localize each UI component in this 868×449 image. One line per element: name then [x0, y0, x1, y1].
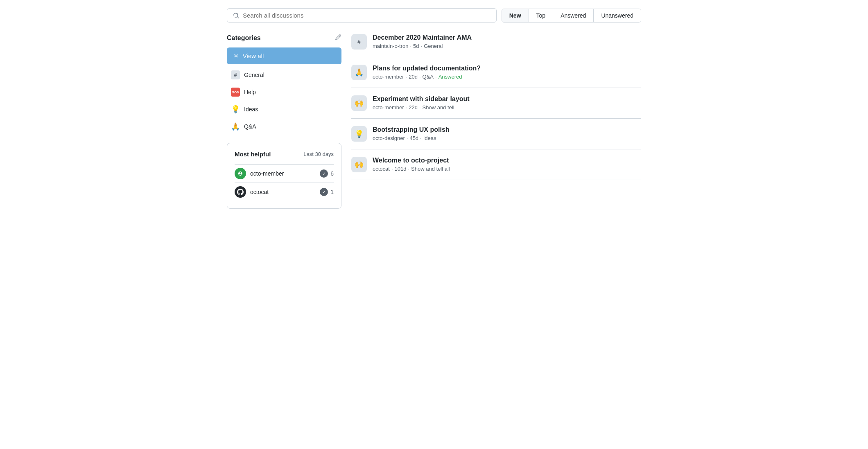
most-helpful-header: Most helpful Last 30 days: [235, 151, 334, 158]
filter-top-button[interactable]: Top: [529, 9, 554, 22]
username-octocat: octocat: [250, 189, 269, 195]
discussion-author: octo-member: [373, 104, 404, 111]
discussion-author: octo-member: [373, 74, 404, 80]
discussion-meta: octo-member · 22d · Show and tell: [373, 104, 470, 111]
qna-icon: 🙏: [231, 122, 240, 131]
discussions-list: # December 2020 Maintainer AMA maintain-…: [351, 34, 641, 180]
discussion-icon-showandtell: 🙌: [351, 95, 367, 111]
count-octo-member: 6: [330, 170, 334, 177]
qna-label: Q&A: [244, 123, 256, 130]
avatar-octo-member: [235, 168, 246, 179]
discussion-content: Plans for updated documentation? octo-me…: [373, 65, 481, 80]
discussion-item[interactable]: 💡 Bootstrapping UX polish octo-designer …: [351, 119, 641, 149]
general-label: General: [244, 72, 264, 78]
discussion-content: Welcome to octo-project octocat · 101d ·…: [373, 157, 450, 172]
discussion-author: octo-designer: [373, 135, 405, 141]
header: New Top Answered Unanswered: [227, 8, 641, 23]
filter-answered-button[interactable]: Answered: [553, 9, 594, 22]
discussion-icon-welcome: 🙌: [351, 157, 367, 172]
discussion-icon-ideas: 💡: [351, 126, 367, 142]
view-all-label: View all: [243, 52, 264, 59]
discussion-content: December 2020 Maintainer AMA maintain-o-…: [373, 34, 472, 49]
search-input[interactable]: [243, 12, 491, 19]
ideas-label: Ideas: [244, 106, 258, 113]
discussion-age: 22d: [409, 104, 418, 111]
sidebar: Categories ∞ View all # General SOS Help: [227, 34, 341, 209]
discussion-title: Experiment with sidebar layout: [373, 95, 470, 103]
discussion-age: 20d: [409, 74, 418, 80]
sidebar-title: Categories: [227, 34, 261, 42]
discussion-icon-general: #: [351, 34, 367, 50]
discussion-item[interactable]: 🙌 Welcome to octo-project octocat · 101d…: [351, 149, 641, 180]
discussion-title: Bootstrapping UX polish: [373, 126, 450, 133]
discussion-item[interactable]: 🙏 Plans for updated documentation? octo-…: [351, 57, 641, 88]
discussion-author: octocat: [373, 166, 390, 172]
most-helpful-period: Last 30 days: [303, 151, 334, 157]
discussion-title: December 2020 Maintainer AMA: [373, 34, 472, 41]
helpful-user-octocat: octocat ✓ 1: [235, 183, 334, 201]
sidebar-item-qna[interactable]: 🙏 Q&A: [227, 118, 341, 135]
discussion-age: 45d: [409, 135, 418, 141]
edit-icon[interactable]: [335, 34, 341, 42]
username-octo-member: octo-member: [250, 170, 284, 177]
discussion-icon-qna: 🙏: [351, 65, 367, 80]
filter-unanswered-button[interactable]: Unanswered: [594, 9, 641, 22]
answered-badge: Answered: [439, 74, 462, 80]
discussion-author: maintain-o-tron: [373, 43, 408, 49]
helpful-user-octo-member: octo-member ✓ 6: [235, 164, 334, 183]
sidebar-header: Categories: [227, 34, 341, 42]
discussion-content: Bootstrapping UX polish octo-designer · …: [373, 126, 450, 141]
infinity-icon: ∞: [233, 52, 239, 60]
view-all-button[interactable]: ∞ View all: [227, 47, 341, 64]
discussion-meta: octocat · 101d · Show and tell all: [373, 166, 450, 172]
discussion-category: General: [424, 43, 443, 49]
discussion-category: Ideas: [423, 135, 436, 141]
most-helpful-title: Most helpful: [235, 151, 271, 158]
discussion-content: Experiment with sidebar layout octo-memb…: [373, 95, 470, 111]
discussion-title: Plans for updated documentation?: [373, 65, 481, 72]
help-label: Help: [244, 89, 256, 95]
search-icon: [233, 12, 240, 19]
search-box: [227, 8, 497, 23]
discussion-meta: octo-member · 20d · Q&A · Answered: [373, 74, 481, 80]
general-icon: #: [231, 70, 240, 79]
help-icon: SOS: [231, 88, 240, 97]
discussion-title: Welcome to octo-project: [373, 157, 450, 164]
avatar-octocat: [235, 186, 246, 198]
discussion-category: Show and tell: [423, 104, 454, 111]
main-layout: Categories ∞ View all # General SOS Help: [227, 34, 641, 209]
discussion-item[interactable]: 🙌 Experiment with sidebar layout octo-me…: [351, 88, 641, 119]
check-circle-octo-member: ✓: [320, 169, 328, 178]
discussion-meta: octo-designer · 45d · Ideas: [373, 135, 450, 141]
check-circle-octocat: ✓: [320, 188, 328, 196]
helpful-count-octo-member: ✓ 6: [320, 169, 334, 178]
discussion-age: 101d: [395, 166, 407, 172]
sidebar-item-help[interactable]: SOS Help: [227, 84, 341, 100]
sidebar-item-ideas[interactable]: 💡 Ideas: [227, 101, 341, 117]
ideas-icon: 💡: [231, 105, 240, 114]
filter-new-button[interactable]: New: [502, 9, 529, 22]
discussion-age: 5d: [413, 43, 419, 49]
most-helpful-card: Most helpful Last 30 days octo-member: [227, 143, 341, 209]
sidebar-item-general[interactable]: # General: [227, 67, 341, 83]
discussion-category: Show and tell all: [411, 166, 450, 172]
discussion-category: Q&A: [423, 74, 434, 80]
filter-buttons: New Top Answered Unanswered: [502, 9, 641, 23]
helpful-count-octocat: ✓ 1: [320, 188, 334, 196]
count-octocat: 1: [330, 189, 334, 195]
page-wrapper: New Top Answered Unanswered Categories ∞…: [217, 0, 651, 217]
discussion-item[interactable]: # December 2020 Maintainer AMA maintain-…: [351, 34, 641, 57]
discussion-meta: maintain-o-tron · 5d · General: [373, 43, 472, 49]
